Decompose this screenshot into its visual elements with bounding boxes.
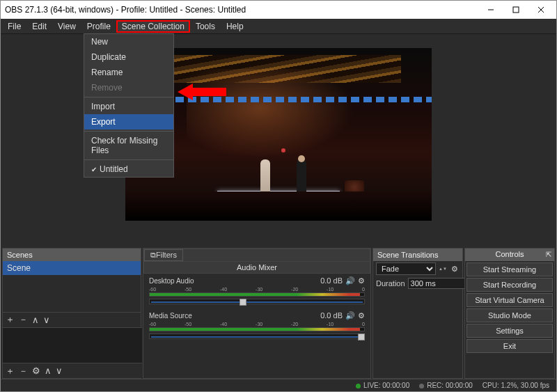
- window-title: OBS 27.1.3 (64-bit, windows) - Profile: …: [3, 5, 478, 15]
- mixer-track-media-source: Media Source 0.0 dB 🔊 ⚙ -60-50-40-30-20-…: [149, 311, 365, 339]
- studio-mode-button[interactable]: Studio Mode: [466, 308, 553, 322]
- transition-spin-icon[interactable]: ▲▼: [439, 267, 447, 271]
- transition-select[interactable]: Fade: [376, 262, 436, 275]
- volume-slider[interactable]: [149, 334, 365, 339]
- scenes-title: Scenes: [3, 249, 141, 261]
- mute-icon[interactable]: 🔊: [345, 276, 355, 285]
- start-streaming-button[interactable]: Start Streaming: [466, 262, 553, 276]
- dropdown-duplicate[interactable]: Duplicate: [84, 49, 173, 65]
- vu-meter: [149, 327, 365, 331]
- sources-remove-icon[interactable]: －: [19, 365, 28, 377]
- sources-panel: ＋ － ⚙ ∧ ∨: [3, 327, 142, 379]
- dropdown-separator: [84, 131, 173, 132]
- mixer-track-desktop-audio: Desktop Audio 0.0 dB 🔊 ⚙ -60-50-40-30-20…: [149, 276, 365, 304]
- status-live: LIVE: 00:00:00: [356, 382, 409, 389]
- start-virtual-camera-button[interactable]: Start Virtual Camera: [466, 293, 553, 307]
- dropdown-check-missing[interactable]: Check for Missing Files: [84, 133, 173, 158]
- close-button[interactable]: [528, 1, 554, 19]
- menu-edit[interactable]: Edit: [26, 20, 52, 33]
- scenes-remove-icon[interactable]: －: [19, 313, 28, 326]
- sources-list[interactable]: [3, 328, 142, 363]
- track-gear-icon[interactable]: ⚙: [358, 311, 365, 320]
- sources-add-icon[interactable]: ＋: [6, 365, 15, 377]
- menubar: File Edit View Profile Scene Collection …: [1, 19, 556, 34]
- dropdown-separator: [84, 159, 173, 160]
- dropdown-new[interactable]: New: [84, 34, 173, 49]
- annotation-arrow-icon: [178, 82, 226, 102]
- start-recording-button[interactable]: Start Recording: [466, 278, 553, 292]
- controls-title: Controls ⇱: [465, 249, 554, 261]
- status-rec: REC: 00:00:00: [419, 382, 473, 389]
- menu-file[interactable]: File: [2, 20, 26, 33]
- scenes-toolbar: ＋ － ∧ ∨: [3, 312, 141, 327]
- dropdown-rename[interactable]: Rename: [84, 65, 173, 80]
- sources-gear-icon[interactable]: ⚙: [32, 366, 40, 376]
- transition-gear-icon[interactable]: ⚙: [450, 265, 460, 274]
- menu-tools[interactable]: Tools: [190, 20, 221, 33]
- dropdown-import[interactable]: Import: [84, 99, 173, 114]
- minimize-button[interactable]: [478, 1, 503, 19]
- vu-meter: [149, 292, 365, 297]
- sources-toolbar: ＋ － ⚙ ∧ ∨: [3, 363, 142, 378]
- filter-icon: ⧉: [150, 251, 156, 259]
- dropdown-remove: Remove: [84, 80, 173, 95]
- pin-icon[interactable]: ⇱: [546, 251, 551, 258]
- rec-dot-icon: [419, 384, 424, 389]
- track-db: 0.0 dB: [320, 311, 343, 320]
- transitions-panel: Scene Transitions Fade ▲▼ ⚙ Duration ▲▼: [372, 248, 463, 379]
- dropdown-export[interactable]: Export: [84, 114, 173, 130]
- exit-button[interactable]: Exit: [466, 339, 553, 353]
- statusbar: LIVE: 00:00:00 REC: 00:00:00 CPU: 1.2%, …: [1, 379, 556, 391]
- transitions-title: Scene Transitions: [373, 249, 462, 261]
- duration-label: Duration: [376, 279, 405, 288]
- menu-scene-collection[interactable]: Scene Collection: [116, 20, 190, 33]
- meter-ticks: -60-50-40-30-20-100: [149, 322, 365, 327]
- scenes-panel: Scenes Scene ＋ － ∧ ∨ ＋ － ⚙: [2, 248, 141, 379]
- track-label: Media Source: [149, 312, 192, 320]
- audio-mixer-panel: ⧉Filters Audio Mixer Desktop Audio 0.0 d…: [143, 248, 371, 379]
- scenes-list[interactable]: Scene: [3, 261, 141, 312]
- scenes-up-icon[interactable]: ∧: [32, 315, 39, 325]
- scenes-down-icon[interactable]: ∨: [43, 315, 50, 325]
- docks: Scenes Scene ＋ － ∧ ∨ ＋ － ⚙: [1, 248, 556, 391]
- menu-help[interactable]: Help: [221, 20, 249, 33]
- track-label: Desktop Audio: [149, 277, 194, 285]
- mute-icon[interactable]: 🔊: [345, 311, 355, 320]
- obs-window: OBS 27.1.3 (64-bit, windows) - Profile: …: [0, 0, 557, 392]
- mixer-title: Audio Mixer: [143, 261, 370, 274]
- status-cpu: CPU: 1.2%, 30.00 fps: [483, 382, 549, 389]
- volume-slider[interactable]: [149, 299, 365, 304]
- svg-rect-1: [513, 7, 519, 13]
- track-gear-icon[interactable]: ⚙: [358, 276, 365, 285]
- menu-profile[interactable]: Profile: [81, 20, 116, 33]
- mixer-toolbar: ⧉Filters: [143, 249, 370, 261]
- maximize-button[interactable]: [503, 1, 528, 19]
- track-db: 0.0 dB: [320, 276, 343, 285]
- settings-button[interactable]: Settings: [466, 324, 553, 338]
- dropdown-untitled[interactable]: Untitled: [84, 162, 173, 177]
- controls-panel: Controls ⇱ Start Streaming Start Recordi…: [464, 248, 555, 379]
- menu-view[interactable]: View: [52, 20, 81, 33]
- scenes-add-icon[interactable]: ＋: [6, 313, 15, 326]
- sources-up-icon[interactable]: ∧: [45, 366, 52, 376]
- sources-down-icon[interactable]: ∨: [56, 366, 63, 376]
- scene-list-item[interactable]: Scene: [3, 261, 141, 275]
- meter-ticks: -60-50-40-30-20-100: [149, 287, 365, 292]
- svg-marker-4: [178, 84, 226, 100]
- mixer-filters-button[interactable]: ⧉Filters: [144, 249, 183, 261]
- live-dot-icon: [356, 384, 361, 389]
- dropdown-separator: [84, 97, 173, 97]
- titlebar: OBS 27.1.3 (64-bit, windows) - Profile: …: [1, 1, 556, 19]
- scene-collection-dropdown: New Duplicate Rename Remove Import Expor…: [84, 33, 174, 178]
